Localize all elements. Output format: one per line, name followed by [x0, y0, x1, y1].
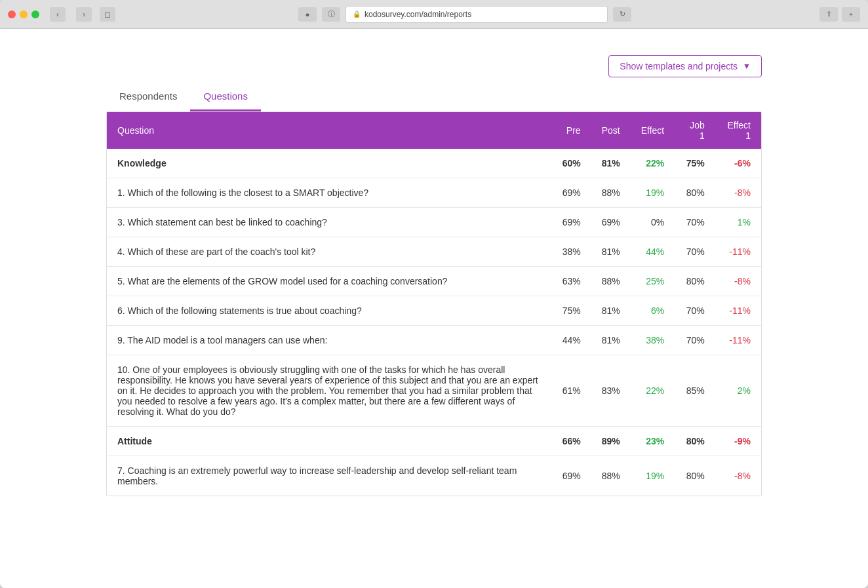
address-bar-container: ● ⓘ 🔒 kodosurvey.com/admin/reports ↻ — [121, 6, 809, 23]
cell-post: 88% — [591, 267, 631, 296]
forward-button[interactable]: › — [76, 7, 92, 22]
show-templates-label: Show templates and projects — [620, 61, 738, 71]
cell-post: 81% — [591, 149, 631, 178]
share-button[interactable]: ⇧ — [819, 7, 838, 22]
cell-effect: 0% — [631, 208, 675, 237]
cell-effect: 23% — [631, 427, 675, 456]
cell-effect1: 2% — [715, 355, 761, 427]
cell-effect: 38% — [631, 326, 675, 355]
cell-effect1: -8% — [715, 267, 761, 296]
browser-content: Show templates and projects ▼ Respondent… — [0, 29, 868, 588]
questions-table: Question Pre Post Effect Job 1 Effect 1 … — [107, 112, 761, 496]
cell-post: 89% — [591, 427, 631, 456]
col-job1: Job 1 — [675, 112, 715, 149]
cell-effect1: -6% — [715, 149, 761, 178]
table-row: 5. What are the elements of the GROW mod… — [107, 267, 761, 296]
col-effect: Effect — [631, 112, 675, 149]
cell-effect: 25% — [631, 267, 675, 296]
cell-post: 69% — [591, 208, 631, 237]
tab-bar-button[interactable]: ◻ — [100, 7, 115, 22]
new-tab-button[interactable]: + — [842, 7, 860, 22]
cell-effect1: -11% — [715, 296, 761, 326]
table-row: 9. The AID model is a tool managers can … — [107, 326, 761, 355]
cell-question: 7. Coaching is an extremely powerful way… — [107, 456, 552, 496]
cell-effect1: 1% — [715, 208, 761, 237]
table-header-row: Question Pre Post Effect Job 1 Effect 1 — [107, 112, 761, 149]
cell-effect: 44% — [631, 237, 675, 267]
cell-question: 9. The AID model is a tool managers can … — [107, 326, 552, 355]
cell-pre: 63% — [552, 267, 591, 296]
tab-respondents[interactable]: Respondents — [106, 84, 190, 111]
cell-question: 5. What are the elements of the GROW mod… — [107, 267, 552, 296]
table-row: 6. Which of the following statements is … — [107, 296, 761, 326]
col-pre: Pre — [552, 112, 591, 149]
cell-effect: 19% — [631, 456, 675, 496]
close-button[interactable] — [8, 10, 16, 18]
shield-icon[interactable]: ● — [298, 7, 317, 22]
cell-pre: 75% — [552, 296, 591, 326]
tabs-container: Respondents Questions — [106, 84, 762, 111]
back-button[interactable]: ‹ — [50, 7, 66, 22]
cell-effect: 22% — [631, 149, 675, 178]
cell-pre: 66% — [552, 427, 591, 456]
cell-job1: 85% — [675, 355, 715, 427]
table-row: 7. Coaching is an extremely powerful way… — [107, 456, 761, 496]
chevron-down-icon: ▼ — [743, 62, 751, 71]
browser-titlebar: ‹ › ◻ ● ⓘ 🔒 kodosurvey.com/admin/reports… — [0, 0, 868, 29]
col-effect1: Effect 1 — [715, 112, 761, 149]
cell-pre: 69% — [552, 456, 591, 496]
cell-question: 4. Which of these are part of the coach'… — [107, 237, 552, 267]
address-bar[interactable]: 🔒 kodosurvey.com/admin/reports — [345, 6, 608, 23]
page-content: Show templates and projects ▼ Respondent… — [87, 29, 781, 522]
cell-question: 1. Which of the following is the closest… — [107, 178, 552, 208]
cell-question: 10. One of your employees is obviously s… — [107, 355, 552, 427]
cell-job1: 70% — [675, 326, 715, 355]
cell-effect1: -8% — [715, 178, 761, 208]
cell-post: 81% — [591, 237, 631, 267]
cell-job1: 75% — [675, 149, 715, 178]
cell-effect: 6% — [631, 296, 675, 326]
tab-questions[interactable]: Questions — [190, 84, 261, 111]
cell-post: 88% — [591, 456, 631, 496]
cell-post: 88% — [591, 178, 631, 208]
lock-icon: 🔒 — [353, 10, 361, 18]
cell-job1: 70% — [675, 208, 715, 237]
table-row: 1. Which of the following is the closest… — [107, 178, 761, 208]
cell-pre: 69% — [552, 208, 591, 237]
col-post: Post — [591, 112, 631, 149]
info-icon[interactable]: ⓘ — [322, 7, 340, 22]
cell-post: 81% — [591, 326, 631, 355]
cell-job1: 80% — [675, 456, 715, 496]
cell-job1: 80% — [675, 178, 715, 208]
cell-question: 6. Which of the following statements is … — [107, 296, 552, 326]
table-row: 4. Which of these are part of the coach'… — [107, 237, 761, 267]
cell-pre: 60% — [552, 149, 591, 178]
browser-window: ‹ › ◻ ● ⓘ 🔒 kodosurvey.com/admin/reports… — [0, 0, 868, 588]
cell-question: 3. Which statement can best be linked to… — [107, 208, 552, 237]
questions-table-container: Question Pre Post Effect Job 1 Effect 1 … — [106, 111, 762, 496]
cell-effect1: -8% — [715, 456, 761, 496]
cell-effect1: -11% — [715, 326, 761, 355]
cell-job1: 70% — [675, 237, 715, 267]
traffic-lights — [8, 10, 39, 18]
cell-question: Knowledge — [107, 149, 552, 178]
cell-job1: 80% — [675, 427, 715, 456]
col-question: Question — [107, 112, 552, 149]
table-row: 3. Which statement can best be linked to… — [107, 208, 761, 237]
minimize-button[interactable] — [20, 10, 28, 18]
table-row: 10. One of your employees is obviously s… — [107, 355, 761, 427]
show-templates-button[interactable]: Show templates and projects ▼ — [608, 55, 762, 77]
cell-pre: 69% — [552, 178, 591, 208]
table-row: Knowledge 60% 81% 22% 75% -6% — [107, 149, 761, 178]
cell-pre: 61% — [552, 355, 591, 427]
url-text: kodosurvey.com/admin/reports — [365, 10, 471, 19]
cell-job1: 80% — [675, 267, 715, 296]
maximize-button[interactable] — [31, 10, 39, 18]
cell-post: 83% — [591, 355, 631, 427]
cell-effect1: -9% — [715, 427, 761, 456]
reload-button[interactable]: ↻ — [613, 7, 631, 22]
table-row: Attitude 66% 89% 23% 80% -9% — [107, 427, 761, 456]
cell-effect1: -11% — [715, 237, 761, 267]
cell-pre: 44% — [552, 326, 591, 355]
cell-pre: 38% — [552, 237, 591, 267]
